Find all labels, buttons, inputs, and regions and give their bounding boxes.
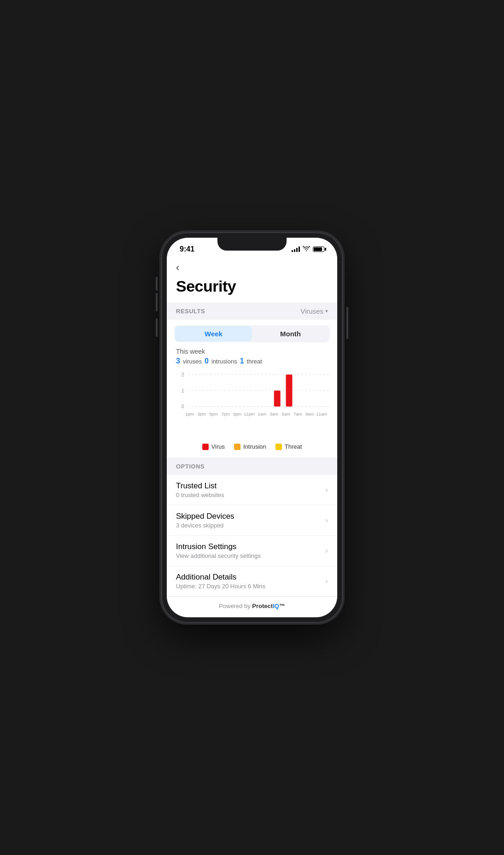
svg-text:5pm: 5pm [209, 411, 217, 416]
powered-by-text: Powered by [219, 603, 252, 609]
virus-color-dot [202, 444, 209, 450]
viruses-count: 3 [176, 357, 180, 365]
legend-intrusion: Intrusion [234, 443, 266, 450]
chevron-right-icon: › [325, 515, 328, 525]
stats-section: This week 3 viruses 0 intrusions 1 threa… [167, 348, 337, 370]
power-button[interactable] [346, 307, 348, 339]
svg-text:1am: 1am [258, 411, 266, 416]
legend-threat: Threat [275, 443, 302, 450]
phone-screen: 9:41 ‹ Security [167, 238, 337, 617]
tab-week[interactable]: Week [175, 326, 252, 341]
intrusion-settings-item[interactable]: Intrusion Settings View additional secur… [167, 536, 337, 566]
additional-details-item[interactable]: Additional Details Uptime: 27 Days 20 Ho… [167, 566, 337, 597]
phone-frame: 9:41 ‹ Security [162, 233, 342, 622]
trusted-list-item[interactable]: Trusted List 0 trusted websites › [167, 475, 337, 505]
intrusion-color-dot [234, 444, 240, 450]
filter-dropdown[interactable]: Viruses ▾ [300, 307, 328, 315]
stats-period: This week [176, 348, 328, 355]
svg-text:9pm: 9pm [233, 411, 241, 416]
threat-color-dot [275, 444, 282, 450]
tab-switcher: Week Month [174, 325, 330, 342]
volume-down-button[interactable] [156, 318, 158, 337]
page-title: Security [167, 274, 337, 303]
filter-text: Viruses [300, 307, 323, 315]
options-label: OPTIONS [176, 463, 205, 470]
svg-text:7am: 7am [293, 411, 302, 416]
stats-row: 3 viruses 0 intrusions 1 threat [176, 357, 328, 365]
legend-virus: Virus [202, 443, 225, 450]
threats-count: 1 [240, 357, 244, 365]
brand-trademark: ™ [279, 603, 285, 609]
options-header: OPTIONS [167, 457, 337, 475]
brand-iq: IQ [273, 603, 279, 609]
chevron-right-icon: › [325, 485, 328, 495]
svg-text:3pm: 3pm [197, 411, 205, 416]
svg-text:2: 2 [182, 372, 184, 377]
chevron-down-icon: ▾ [325, 308, 328, 314]
volume-up-button[interactable] [156, 293, 158, 311]
skipped-devices-item[interactable]: Skipped Devices 3 devices skipped › [167, 505, 337, 536]
additional-details-title: Additional Details [176, 573, 265, 582]
status-time: 9:41 [180, 245, 194, 253]
virus-label: Virus [211, 443, 225, 450]
svg-text:1: 1 [182, 388, 184, 393]
intrusion-settings-subtitle: View additional security settings [176, 552, 261, 559]
bar-3am [274, 391, 281, 407]
results-header: RESULTS Viruses ▾ [167, 303, 337, 320]
skipped-devices-subtitle: 3 devices skipped [176, 522, 234, 529]
footer: Powered by ProtectIQ™ [167, 597, 337, 615]
viruses-label: viruses [183, 358, 202, 365]
chart-legend: Virus Intrusion Threat [167, 439, 337, 457]
svg-text:0: 0 [182, 404, 184, 410]
intrusion-label: Intrusion [243, 443, 266, 450]
skipped-devices-title: Skipped Devices [176, 512, 234, 521]
back-button[interactable]: ‹ [167, 258, 337, 274]
status-icons [292, 246, 324, 253]
bar-chart: 2 1 0 1pm 3pm 5pm 7pm 9pm 11pm [174, 370, 330, 434]
scroll-content[interactable]: ‹ Security RESULTS Viruses ▾ Week Month … [167, 258, 337, 617]
svg-text:5am: 5am [281, 411, 290, 416]
intrusion-settings-title: Intrusion Settings [176, 542, 261, 551]
svg-text:3am: 3am [270, 411, 278, 416]
trusted-list-title: Trusted List [176, 481, 224, 491]
battery-icon [313, 246, 324, 252]
intrusions-label: intrusions [211, 358, 237, 365]
threats-label: threat [247, 358, 262, 365]
notch [217, 238, 287, 251]
brand-name: ProtectIQ™ [252, 603, 285, 609]
intrusions-count: 0 [205, 357, 209, 365]
svg-text:11am: 11am [316, 411, 327, 416]
svg-text:11pm: 11pm [244, 411, 255, 416]
threat-label: Threat [285, 443, 302, 450]
tab-month[interactable]: Month [252, 326, 329, 341]
svg-text:9am: 9am [305, 411, 314, 416]
wifi-icon [303, 246, 310, 253]
svg-text:1pm: 1pm [186, 411, 194, 416]
brand-protect: Protect [252, 603, 273, 609]
silent-button[interactable] [156, 277, 158, 291]
chevron-right-icon: › [325, 576, 328, 586]
svg-text:7pm: 7pm [221, 411, 229, 416]
trusted-list-subtitle: 0 trusted websites [176, 492, 224, 498]
bar-5am [286, 375, 293, 407]
results-label: RESULTS [176, 308, 205, 315]
additional-details-subtitle: Uptime: 27 Days 20 Hours 6 Mins [176, 583, 265, 590]
chevron-right-icon: › [325, 546, 328, 556]
chart-container: 2 1 0 1pm 3pm 5pm 7pm 9pm 11pm [167, 370, 337, 439]
signal-icon [292, 246, 300, 252]
